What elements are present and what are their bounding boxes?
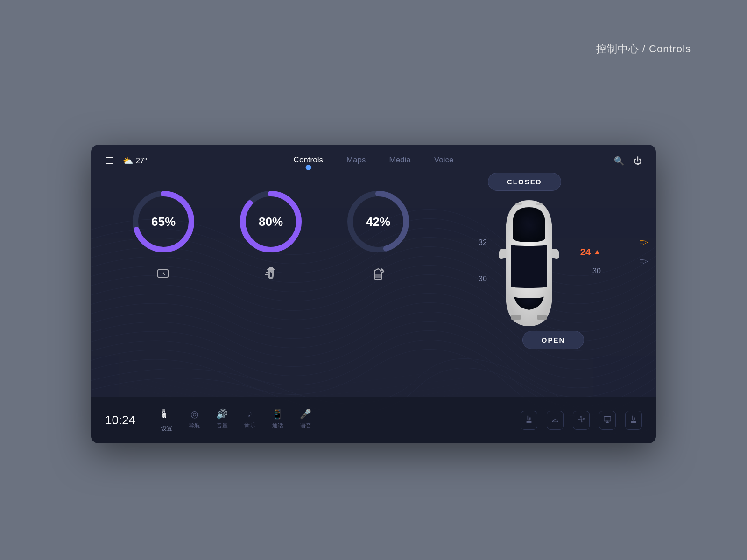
- weather-display: ⛅ 27°: [123, 156, 147, 166]
- volume-icon: 🔊: [216, 408, 228, 420]
- fog-lights-icon[interactable]: ≡▷: [640, 257, 648, 265]
- temp-warning: 24 ▲: [580, 247, 601, 258]
- coolant-icon: [263, 266, 278, 284]
- nav-tabs: Controls Maps Media Voice: [294, 155, 454, 167]
- tab-controls[interactable]: Controls: [294, 155, 323, 167]
- temp-left-bottom: 30: [479, 275, 487, 283]
- open-button[interactable]: OPEN: [522, 331, 585, 349]
- temp-right: 24 ▲ 30: [580, 247, 601, 275]
- tab-media[interactable]: Media: [389, 155, 410, 167]
- battery-gauge-container: 65%: [128, 187, 198, 257]
- call-label: 通话: [272, 422, 283, 430]
- search-icon[interactable]: 🔍: [614, 156, 624, 166]
- oil-value: 42%: [366, 215, 390, 229]
- page-title: 控制中心 / Controls: [596, 42, 691, 56]
- nav-navigation[interactable]: ◎ 导航: [189, 408, 200, 433]
- fan-icon[interactable]: [573, 411, 590, 430]
- temp-left-top: 32: [479, 238, 487, 247]
- svg-rect-28: [515, 203, 522, 205]
- svg-rect-33: [162, 409, 165, 411]
- headlights-icon[interactable]: ≡▷: [640, 238, 648, 245]
- svg-point-37: [165, 416, 166, 418]
- call-icon: 📱: [272, 408, 283, 420]
- voice-label: 语音: [300, 422, 311, 430]
- header-actions: 🔍 ⏻: [614, 156, 642, 166]
- nav-music[interactable]: ♪ 音乐: [244, 408, 255, 433]
- svg-rect-17: [168, 272, 169, 275]
- tab-voice[interactable]: Voice: [434, 155, 454, 167]
- screen-icon[interactable]: [599, 411, 616, 430]
- settings-icon: [161, 408, 172, 422]
- bottom-nav-items: 设置 ◎ 导航 🔊 音量 ♪ 音乐 📱 通话: [161, 408, 521, 433]
- dashboard: ☰ ⛅ 27° Controls Maps Media Voice 🔍 ⏻ 65…: [91, 145, 656, 443]
- nav-volume[interactable]: 🔊 音量: [216, 408, 228, 433]
- voice-icon: 🎤: [300, 408, 311, 420]
- coolant-gauge: 80%: [236, 187, 306, 284]
- music-label: 音乐: [244, 421, 255, 429]
- car-top-view: [492, 196, 576, 326]
- settings-label: 设置: [161, 425, 172, 433]
- seat-heat-icon[interactable]: [521, 411, 537, 430]
- tab-maps[interactable]: Maps: [346, 155, 366, 167]
- oil-gauge-container: 42%: [343, 187, 413, 257]
- nav-voice[interactable]: 🎤 语音: [300, 408, 311, 433]
- warning-icon: ▲: [593, 248, 601, 256]
- oil-icon: [371, 266, 386, 284]
- wiper-icon[interactable]: [547, 411, 564, 430]
- battery-icon: [156, 266, 171, 284]
- navigation-label: 导航: [189, 422, 200, 430]
- music-icon: ♪: [247, 408, 252, 419]
- svg-rect-16: [158, 270, 168, 277]
- car-svg: [492, 196, 566, 331]
- time-display: 10:24: [105, 413, 142, 427]
- car-section: CLOSED 32 30: [479, 173, 628, 349]
- coolant-gauge-container: 80%: [236, 187, 306, 257]
- coolant-value: 80%: [259, 215, 283, 229]
- car-with-temperatures: 32 30: [479, 196, 628, 326]
- temperature-display: 27°: [136, 157, 147, 165]
- svg-rect-30: [511, 315, 521, 320]
- svg-point-39: [580, 418, 582, 420]
- side-icons: ≡▷ ≡▷: [640, 238, 648, 265]
- bottom-nav: 10:24 设置: [91, 397, 656, 443]
- svg-point-35: [163, 411, 165, 413]
- svg-rect-31: [537, 315, 547, 320]
- nav-call[interactable]: 📱 通话: [272, 408, 283, 433]
- menu-button[interactable]: ☰: [105, 155, 113, 167]
- seat-cool-icon[interactable]: [625, 411, 642, 430]
- bottom-right-icons: [521, 411, 642, 430]
- svg-point-36: [163, 416, 164, 418]
- nav-settings[interactable]: 设置: [161, 408, 172, 433]
- weather-icon: ⛅: [123, 156, 133, 166]
- navigation-icon: ◎: [190, 408, 198, 420]
- svg-rect-29: [536, 203, 543, 205]
- warning-temperature: 24: [580, 247, 591, 258]
- gauges-section: 65% 80%: [128, 187, 413, 284]
- temp-left: 32 30: [479, 238, 487, 283]
- volume-label: 音量: [217, 422, 228, 430]
- oil-gauge: 42%: [343, 187, 413, 284]
- svg-rect-40: [604, 417, 611, 421]
- header: ☰ ⛅ 27° Controls Maps Media Voice 🔍 ⏻: [91, 145, 656, 177]
- temp-normal: 30: [580, 267, 601, 275]
- battery-value: 65%: [151, 215, 176, 229]
- battery-gauge: 65%: [128, 187, 198, 284]
- power-icon[interactable]: ⏻: [634, 156, 642, 166]
